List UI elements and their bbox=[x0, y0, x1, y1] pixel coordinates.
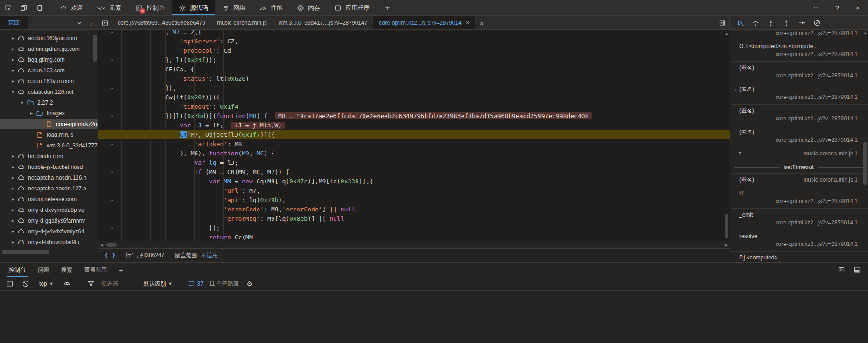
frame-location[interactable]: core-optimi.kz2...js?v=2879014:1 bbox=[739, 50, 858, 58]
tree-item[interactable]: ▸ac.dun.163yun.com bbox=[0, 33, 98, 43]
help-icon[interactable]: ? bbox=[827, 0, 847, 15]
frame-location[interactable]: core-optimi.kz2...js?v=2879014:1 bbox=[739, 115, 858, 123]
gutter-marker[interactable]: - bbox=[98, 196, 121, 203]
close-tab-icon[interactable]: × bbox=[466, 19, 469, 26]
tree-item[interactable]: ▸only-d-lxhovioptai9tu bbox=[0, 237, 98, 247]
frame-location[interactable]: music-corona.min.js:1 bbox=[803, 176, 858, 184]
call-stack-frame[interactable]: O.T.<computed>.m.<compute...core-optimi.… bbox=[730, 40, 868, 62]
resume-button[interactable] bbox=[736, 19, 744, 27]
tree-item[interactable]: ▸admin.qidian.qq.com bbox=[0, 43, 98, 54]
tab-welcome[interactable]: 欢迎 bbox=[53, 0, 90, 15]
gutter-marker[interactable]: - bbox=[98, 224, 121, 231]
device-frame-icon[interactable] bbox=[32, 0, 48, 15]
chevron-down-icon[interactable] bbox=[73, 16, 85, 29]
tree-item[interactable]: ▸hm.baidu.com bbox=[0, 151, 98, 161]
stack-vscroll-thumb[interactable] bbox=[863, 142, 867, 185]
tree-item[interactable]: load.min.js bbox=[0, 129, 98, 140]
gutter-marker[interactable]: - bbox=[98, 140, 121, 147]
gutter-marker[interactable]: - bbox=[98, 38, 121, 45]
console-sidebar-icon[interactable] bbox=[5, 280, 15, 287]
call-stack-frame[interactable]: P.j.<computed>core-optimi.kz2...js?v=287… bbox=[730, 252, 868, 262]
context-selector[interactable]: top ▼ bbox=[36, 280, 56, 288]
tree-caret-icon[interactable]: ▸ bbox=[9, 186, 16, 191]
tree-item[interactable]: ▸c.dun.163yun.com bbox=[0, 76, 98, 86]
tree-caret-icon[interactable]: ▾ bbox=[19, 100, 26, 105]
tree-caret-icon[interactable]: ▾ bbox=[9, 89, 16, 94]
gutter-marker[interactable]: - bbox=[98, 122, 121, 129]
tree-item[interactable]: core-optimi.kz2o4 bbox=[0, 119, 98, 129]
call-stack-frame[interactable]: (匿名)core-optimi.kz2...js?v=2879014:1 bbox=[730, 62, 868, 83]
scroll-right-icon[interactable]: ▶ bbox=[725, 243, 728, 247]
gutter-marker[interactable]: - bbox=[98, 84, 121, 91]
tree-item[interactable]: ▸only-d-dxvymedq8p vq bbox=[0, 204, 98, 215]
frame-location[interactable]: core-optimi.kz2...js?v=2879014:1 bbox=[739, 72, 858, 80]
toggle-debugger-sidebar-icon[interactable] bbox=[715, 16, 729, 29]
frame-location[interactable]: core-optimi.kz2...js?v=2879014:1 bbox=[739, 93, 858, 101]
step-into-button[interactable] bbox=[767, 19, 775, 27]
drawer-tab[interactable]: 控制台 bbox=[3, 263, 32, 277]
console-messages-area[interactable] bbox=[0, 291, 868, 343]
tree-caret-icon[interactable]: ▸ bbox=[9, 218, 16, 223]
tab-overflow-button[interactable]: » bbox=[475, 16, 488, 29]
gutter-marker[interactable]: - bbox=[98, 56, 121, 63]
tab-network[interactable]: 网络 bbox=[215, 0, 252, 15]
gutter-marker[interactable]: - bbox=[98, 215, 121, 222]
source-tab[interactable]: core-optimi.kz2...n.js?v=2879014× bbox=[373, 16, 475, 29]
tree-caret-icon[interactable]: ▸ bbox=[9, 154, 16, 159]
sidebar-hscroll-thumb[interactable] bbox=[2, 250, 49, 254]
stack-scroll-up-icon[interactable]: ▲ bbox=[863, 31, 867, 35]
drawer-tab[interactable]: 问题 bbox=[32, 263, 55, 277]
tree-caret-icon[interactable]: ▸ bbox=[9, 68, 16, 73]
tree-caret-icon[interactable]: ▸ bbox=[9, 207, 16, 212]
call-stack-frame[interactable]: tmusic-corona.min.js:1 bbox=[730, 147, 868, 161]
device-toolbar-icon[interactable] bbox=[16, 0, 32, 15]
gutter-marker[interactable]: - bbox=[98, 206, 121, 213]
gutter-marker[interactable]: - bbox=[98, 94, 121, 101]
frame-location[interactable]: music-corona.min.js:1 bbox=[803, 150, 858, 158]
drawer-tab[interactable]: 覆盖范围 bbox=[78, 263, 113, 277]
step-button[interactable] bbox=[798, 19, 805, 27]
tree-item[interactable]: wm.3.0.0_33d41777. bbox=[0, 140, 98, 151]
coverage-value[interactable]: 不适用 bbox=[201, 252, 218, 259]
gutter-marker[interactable]: - bbox=[98, 187, 121, 194]
tree-caret-icon[interactable]: ▸ bbox=[9, 78, 16, 84]
frame-location[interactable]: core-optimi.kz2...js?v=2879014:1 bbox=[739, 197, 858, 205]
gutter-marker[interactable]: - bbox=[98, 234, 121, 241]
call-stack-frame[interactable]: →(匿名)core-optimi.kz2...js?v=2879014:1 bbox=[730, 83, 868, 105]
tree-caret-icon[interactable]: ▸ bbox=[9, 57, 16, 62]
tree-item[interactable]: ▾2.27.2 bbox=[0, 97, 98, 108]
log-level-selector[interactable]: 默认级别 ▼ bbox=[141, 279, 175, 289]
tree-item[interactable]: ▸images bbox=[0, 108, 98, 119]
call-stack-frame[interactable]: Rcore-optimi.kz2...js?v=2879014:1 bbox=[730, 187, 868, 209]
tree-caret-icon[interactable]: ▸ bbox=[9, 239, 16, 245]
drawer-tab[interactable]: 搜索 bbox=[55, 263, 78, 277]
scroll-left-icon[interactable]: ◀ bbox=[100, 243, 103, 247]
tree-caret-icon[interactable]: ▸ bbox=[9, 46, 16, 51]
gutter-marker[interactable]: - bbox=[98, 103, 121, 110]
call-stack-frame[interactable]: resolvecore-optimi.kz2...js?v=2879014:1 bbox=[730, 230, 868, 252]
editor-vscroll-thumb[interactable] bbox=[725, 214, 728, 237]
clear-console-icon[interactable] bbox=[21, 280, 31, 287]
deactivate-breakpoints-button[interactable] bbox=[813, 19, 821, 27]
more-icon[interactable]: ⋯ bbox=[806, 0, 827, 15]
filter-icon[interactable] bbox=[86, 280, 96, 287]
tree-item[interactable]: ▸necaptcha.nosdn.127.n bbox=[0, 183, 98, 194]
gutter-marker[interactable]: - bbox=[98, 66, 121, 73]
message-count[interactable]: 37 bbox=[188, 280, 203, 287]
frame-location[interactable]: core-optimi.kz2...js?v=2879014:1 bbox=[739, 219, 858, 227]
code-viewport[interactable]: - , M7 = Z({- 'apiServer': CZ,- 'protoco… bbox=[98, 30, 730, 241]
drawer-add-tab-button[interactable]: + bbox=[113, 263, 129, 277]
frame-location[interactable]: core-optimi.kz2...js?v=2879014:1 bbox=[739, 30, 858, 37]
frame-location[interactable]: core-optimi.kz2...js?v=2879014:1 bbox=[739, 240, 858, 248]
filter-input[interactable]: 筛选器 bbox=[102, 280, 119, 288]
gutter-marker[interactable]: - bbox=[98, 159, 121, 166]
tab-console[interactable]: ×控制台 bbox=[128, 0, 172, 15]
tab-elements[interactable]: </>元素 bbox=[90, 0, 128, 15]
gutter-marker[interactable]: - bbox=[98, 150, 121, 157]
kebab-menu-icon[interactable]: ⋮ bbox=[85, 16, 98, 29]
source-tab[interactable]: core.js?68fb969...435ca69e8e6479 bbox=[112, 16, 211, 29]
tab-add-panel[interactable] bbox=[377, 0, 398, 15]
step-out-button[interactable] bbox=[783, 19, 790, 27]
tree-item[interactable]: ▸bqq.gtimg.com bbox=[0, 54, 98, 65]
tab-performance[interactable]: 性能 bbox=[252, 0, 290, 15]
